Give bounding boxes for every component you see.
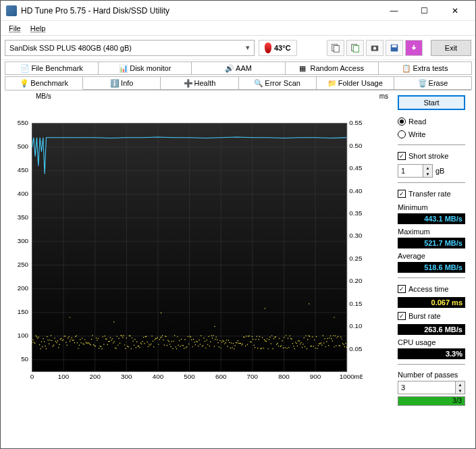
tab-extra-tests[interactable]: 📋Extra tests xyxy=(378,61,472,75)
svg-text:700: 700 xyxy=(247,373,259,380)
toolbar: SanDisk SSD PLUS 480GB (480 gB) 43°C Exi… xyxy=(1,36,475,60)
close-button[interactable]: ✕ xyxy=(440,1,470,20)
spinner-up[interactable]: ▲ xyxy=(456,381,465,388)
svg-point-147 xyxy=(109,341,109,342)
tabs-row-2: 💡Benchmark ℹ️Info ➕Health 🔍Error Scan 📁F… xyxy=(1,75,475,90)
spinner-down[interactable]: ▼ xyxy=(456,388,465,394)
check-short-stroke[interactable]: ✓Short stroke xyxy=(398,150,465,162)
svg-point-403 xyxy=(265,308,265,309)
menu-help[interactable]: Help xyxy=(26,23,50,34)
value-access-time: 0.067 ms xyxy=(398,297,465,308)
copy-info-button[interactable] xyxy=(327,40,344,56)
svg-point-284 xyxy=(238,343,239,344)
svg-point-228 xyxy=(186,347,186,348)
label-cpu: CPU usage xyxy=(398,338,465,346)
svg-point-294 xyxy=(248,336,248,337)
svg-text:450: 450 xyxy=(18,166,29,174)
device-select[interactable]: SanDisk SSD PLUS 480GB (480 gB) xyxy=(5,40,255,56)
tab-disk-monitor[interactable]: 📊Disk monitor xyxy=(98,61,192,75)
svg-point-227 xyxy=(184,339,185,340)
svg-text:100: 100 xyxy=(58,373,70,380)
temperature-display: 43°C xyxy=(259,40,297,56)
svg-text:400: 400 xyxy=(18,190,29,197)
svg-point-84 xyxy=(49,340,50,340)
svg-point-293 xyxy=(247,344,248,345)
svg-point-365 xyxy=(315,348,315,348)
svg-point-232 xyxy=(189,336,190,336)
svg-point-367 xyxy=(317,348,317,348)
svg-point-67 xyxy=(34,342,34,342)
svg-point-93 xyxy=(58,347,59,348)
radio-read[interactable]: Read xyxy=(398,116,465,127)
svg-point-304 xyxy=(257,348,258,348)
svg-point-345 xyxy=(296,343,296,344)
svg-point-124 xyxy=(87,342,88,343)
svg-point-106 xyxy=(70,339,71,340)
screenshot-button[interactable] xyxy=(366,40,384,56)
exit-button[interactable]: Exit xyxy=(431,40,471,56)
svg-point-321 xyxy=(273,338,274,339)
svg-point-199 xyxy=(158,344,159,344)
svg-point-157 xyxy=(118,338,119,339)
svg-point-187 xyxy=(147,342,147,342)
spinner-down[interactable]: ▼ xyxy=(423,171,432,177)
svg-point-165 xyxy=(126,338,127,338)
tab-folder-usage[interactable]: 📁Folder Usage xyxy=(316,76,394,90)
radio-write[interactable]: Write xyxy=(398,129,465,140)
random-icon: ▦ xyxy=(299,64,307,72)
svg-point-163 xyxy=(124,344,125,345)
svg-point-395 xyxy=(343,344,344,345)
svg-point-155 xyxy=(117,336,117,336)
tab-erase[interactable]: 🗑️Erase xyxy=(394,76,472,90)
svg-point-295 xyxy=(248,336,249,336)
check-access-time[interactable]: ✓Access time xyxy=(398,283,465,295)
svg-point-259 xyxy=(215,339,215,340)
save-button[interactable] xyxy=(386,40,403,56)
svg-point-225 xyxy=(183,345,184,346)
svg-point-315 xyxy=(267,348,268,349)
svg-point-158 xyxy=(120,343,120,344)
short-stroke-input[interactable]: 1▲▼ xyxy=(398,164,433,178)
svg-point-247 xyxy=(203,338,204,338)
tab-error-scan[interactable]: 🔍Error Scan xyxy=(238,76,317,90)
minimize-button[interactable]: — xyxy=(379,1,409,20)
value-minimum: 443.1 MB/s xyxy=(398,213,465,224)
menu-file[interactable]: File xyxy=(5,23,25,34)
load-button[interactable] xyxy=(405,40,423,56)
svg-point-121 xyxy=(84,339,85,340)
svg-rect-7 xyxy=(392,45,397,47)
tab-random-access[interactable]: ▦Random Access xyxy=(285,61,379,75)
tab-aam[interactable]: 🔊AAM xyxy=(191,61,285,75)
svg-point-83 xyxy=(49,344,49,344)
check-burst-rate[interactable]: ✓Burst rate xyxy=(398,310,465,322)
svg-point-118 xyxy=(82,338,82,338)
value-burst-rate: 263.6 MB/s xyxy=(398,324,465,335)
passes-input[interactable]: 3▲▼ xyxy=(398,381,465,394)
tab-file-benchmark[interactable]: 📄File Benchmark xyxy=(5,61,99,75)
svg-point-196 xyxy=(155,338,156,339)
copy-screenshot-button[interactable] xyxy=(346,40,364,56)
check-transfer-rate[interactable]: ✓Transfer rate xyxy=(398,188,465,200)
svg-text:900: 900 xyxy=(310,373,321,380)
start-button[interactable]: Start xyxy=(398,95,465,110)
svg-text:0: 0 xyxy=(30,373,34,380)
svg-point-311 xyxy=(264,339,265,340)
svg-point-94 xyxy=(59,344,59,344)
maximize-button[interactable]: ☐ xyxy=(409,1,440,20)
svg-point-347 xyxy=(298,340,298,341)
svg-point-312 xyxy=(265,340,265,341)
svg-point-100 xyxy=(65,336,65,336)
svg-point-341 xyxy=(292,343,293,344)
svg-point-79 xyxy=(45,346,45,346)
svg-text:500: 500 xyxy=(18,142,29,150)
svg-point-388 xyxy=(337,337,338,338)
tab-info[interactable]: ℹ️Info xyxy=(82,76,161,90)
svg-text:600: 600 xyxy=(215,373,227,380)
svg-point-278 xyxy=(233,343,234,344)
spinner-up[interactable]: ▲ xyxy=(423,165,432,171)
tab-health[interactable]: ➕Health xyxy=(160,76,238,90)
tab-benchmark[interactable]: 💡Benchmark xyxy=(5,76,83,90)
svg-point-364 xyxy=(314,340,315,340)
svg-point-339 xyxy=(290,338,291,339)
svg-point-254 xyxy=(210,342,211,342)
